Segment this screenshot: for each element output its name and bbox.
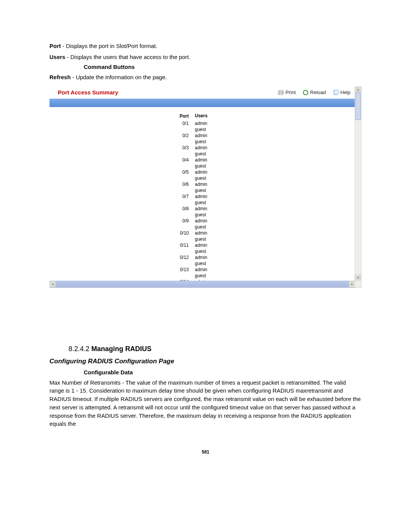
port-desc: - Displays the port in Slot/Port format.	[61, 43, 157, 49]
user-line: guest	[195, 126, 225, 133]
italic-subheading: Configuring RADIUS Configuration Page	[49, 358, 362, 365]
command-buttons-heading: Command Buttons	[84, 64, 362, 70]
cell-users: adminguest	[195, 181, 225, 193]
cell-port: 0/10	[167, 230, 195, 242]
table-row: 0/7adminguest	[167, 193, 361, 206]
table-row: 0/9adminguest	[167, 218, 361, 230]
user-line: guest	[195, 248, 225, 254]
help-icon	[333, 89, 339, 96]
cell-users: adminguest	[195, 254, 225, 267]
user-line: guest	[195, 260, 225, 267]
cell-port: 0/2	[167, 133, 195, 145]
vertical-scroll-track[interactable]	[355, 93, 361, 275]
cell-port: 0/6	[167, 181, 195, 193]
reload-icon	[303, 89, 309, 96]
cell-port: 0/13	[167, 267, 195, 279]
user-line: guest	[195, 151, 225, 157]
user-line: guest	[195, 187, 225, 193]
users-term: Users	[49, 54, 65, 60]
section-heading: 8.2.4.2 Managing RADIUS	[68, 345, 362, 353]
user-line: admin	[195, 133, 225, 139]
user-line: guest	[195, 212, 225, 218]
col-header-users: Users	[195, 113, 225, 119]
user-line: admin	[195, 206, 225, 212]
cell-port: 0/3	[167, 145, 195, 157]
scroll-left-arrow-icon[interactable]: ◂	[49, 281, 56, 287]
user-line: guest	[195, 139, 225, 145]
vertical-scrollbar[interactable]: ▴ ▾	[355, 86, 361, 281]
user-line: admin	[195, 193, 225, 200]
cell-port: 0/12	[167, 254, 195, 267]
vertical-scroll-thumb[interactable]	[355, 93, 361, 120]
svg-rect-5	[335, 90, 338, 94]
max-retransmits-desc: - The value of the maximum number of tim…	[49, 379, 361, 427]
help-label: Help	[340, 89, 350, 95]
table-row: 0/6adminguest	[167, 181, 361, 193]
table-header-row: Port Users	[167, 113, 361, 119]
configurable-data-heading: Configurable Data	[84, 369, 362, 375]
table-row: 0/4adminguest	[167, 157, 361, 169]
cell-users: adminguest	[195, 145, 225, 157]
table-row: 0/1adminguest	[167, 120, 361, 133]
max-retransmits-para: Max Number of Retransmits - The value of…	[49, 379, 362, 428]
cell-users: adminguest	[195, 242, 225, 254]
page-number: 581	[49, 449, 362, 455]
user-line: admin	[195, 267, 225, 273]
user-line: admin	[195, 145, 225, 151]
print-icon	[278, 89, 284, 96]
scrollbar-corner	[355, 281, 361, 288]
user-line: guest	[195, 200, 225, 206]
port-definition: Port - Displays the port in Slot/Port fo…	[49, 42, 362, 51]
table-row: 0/12adminguest	[167, 254, 361, 267]
refresh-definition: Refresh - Update the information on the …	[49, 73, 362, 82]
user-line: guest	[195, 175, 225, 181]
cell-users: adminguest	[195, 157, 225, 169]
cell-users: adminguest	[195, 218, 225, 230]
cell-users: adminguest	[195, 169, 225, 181]
print-label: Print	[285, 89, 296, 95]
panel-blue-bar	[49, 99, 355, 107]
cell-port: 0/4	[167, 157, 195, 169]
help-button[interactable]: Help	[333, 89, 350, 96]
scroll-up-arrow-icon[interactable]: ▴	[355, 86, 361, 93]
panel-header: Port Access Summary Print Reload	[49, 86, 361, 99]
table-row: 0/11adminguest	[167, 242, 361, 254]
user-line: admin	[195, 218, 225, 224]
section-number: 8.2.4.2	[68, 345, 91, 353]
table-row: 0/5adminguest	[167, 169, 361, 181]
reload-label: Reload	[310, 89, 326, 95]
horizontal-scrollbar[interactable]: ◂ ▸	[49, 281, 355, 288]
user-line: guest	[195, 273, 225, 279]
users-desc: - Displays the users that have access to…	[65, 54, 191, 60]
user-line: admin	[195, 230, 225, 236]
user-line: guest	[195, 163, 225, 169]
svg-rect-2	[279, 93, 282, 95]
cell-users: adminguest	[195, 133, 225, 145]
user-line: admin	[195, 254, 225, 260]
user-line: admin	[195, 157, 225, 163]
user-line: guest	[195, 224, 225, 230]
scroll-right-arrow-icon[interactable]: ▸	[349, 281, 355, 287]
scroll-down-arrow-icon[interactable]: ▾	[355, 275, 361, 281]
svg-rect-0	[279, 90, 283, 92]
users-definition: Users - Displays the users that have acc…	[49, 53, 362, 62]
cell-users: adminguest	[195, 206, 225, 218]
print-button[interactable]: Print	[278, 89, 296, 96]
svg-point-3	[303, 90, 308, 95]
reload-button[interactable]: Reload	[303, 89, 326, 96]
port-access-summary-panel: Port Access Summary Print Reload	[49, 86, 362, 288]
cell-users: adminguest	[195, 193, 225, 206]
cell-port: 0/9	[167, 218, 195, 230]
section-title: Managing RADIUS	[91, 345, 151, 353]
max-retransmits-term: Max Number of Retransmits	[49, 379, 121, 386]
table-row: 0/8adminguest	[167, 206, 361, 218]
cell-users: adminguest	[195, 267, 225, 279]
user-line: admin	[195, 242, 225, 248]
col-header-port: Port	[167, 113, 195, 119]
table-row: 0/13adminguest	[167, 267, 361, 279]
cell-port: 0/7	[167, 193, 195, 206]
user-line: admin	[195, 169, 225, 175]
port-users-table: Port Users 0/1adminguest0/2adminguest0/3…	[167, 113, 361, 288]
cell-port: 0/11	[167, 242, 195, 254]
table-row: 0/2adminguest	[167, 133, 361, 145]
